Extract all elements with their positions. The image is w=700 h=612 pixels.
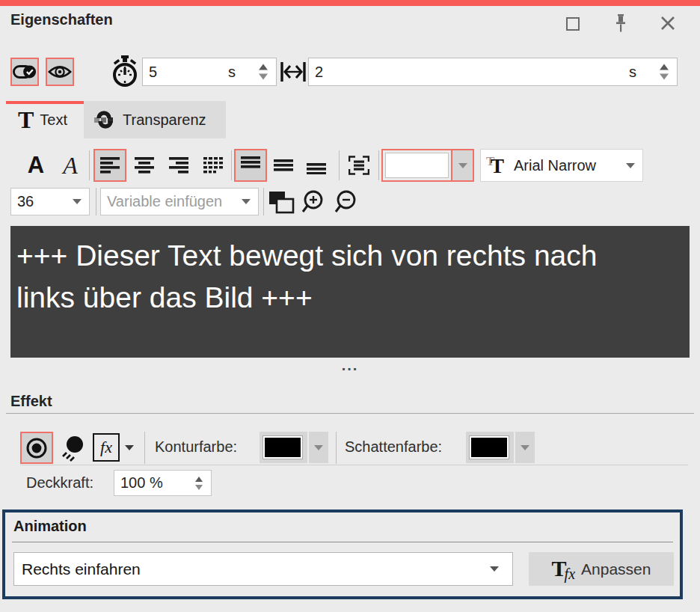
kontur-dropdown-button[interactable]	[309, 432, 328, 463]
anpassen-button[interactable]: Tfx Anpassen	[529, 552, 674, 586]
shadow-effect-button[interactable]	[58, 432, 89, 464]
divider	[339, 150, 340, 180]
deckkraft-spinner[interactable]	[195, 477, 203, 490]
animation-section: Animation Rechts einfahren Tfx Anpassen	[2, 510, 683, 599]
schatten-dropdown-button[interactable]	[515, 432, 535, 463]
insert-variable-select[interactable]: Variable einfügen	[100, 188, 259, 215]
valign-bottom-button[interactable]	[300, 149, 333, 182]
schatten-swatch-box[interactable]	[466, 432, 514, 463]
duration-icon	[110, 55, 140, 88]
anpassen-icon: Tfx	[552, 556, 575, 583]
zoom-out-button[interactable]	[331, 189, 362, 215]
text-tab-icon: T	[18, 106, 34, 134]
italic-icon: A	[63, 152, 78, 180]
anpassen-button-label: Anpassen	[581, 560, 651, 578]
deckkraft-input[interactable]: 100 %	[114, 470, 212, 496]
align-center-button[interactable]	[128, 149, 161, 182]
close-icon	[660, 15, 676, 31]
align-left-button[interactable]	[93, 149, 126, 182]
valign-middle-button[interactable]	[267, 149, 300, 182]
valign-top-button[interactable]	[234, 149, 267, 182]
spin-up-icon	[195, 477, 203, 482]
align-center-icon	[135, 156, 154, 174]
chevron-down-icon	[626, 163, 635, 168]
divider	[89, 150, 90, 180]
duration-spinner[interactable]	[259, 64, 268, 80]
divider	[96, 188, 96, 215]
text-color-swatch[interactable]	[385, 153, 449, 178]
text-color-dropdown-button[interactable]	[451, 150, 473, 180]
display-length-icon	[280, 59, 307, 85]
spin-down-icon	[259, 74, 268, 80]
divider	[378, 150, 379, 180]
chevron-down-icon	[521, 445, 529, 450]
valign-middle-icon	[274, 156, 293, 174]
splitter-handle[interactable]: ...	[0, 360, 700, 376]
align-right-icon	[169, 156, 188, 174]
align-right-button[interactable]	[162, 149, 195, 182]
bring-front-icon	[268, 190, 295, 214]
fx-effect-button[interactable]: fx	[93, 433, 120, 462]
maximize-button[interactable]	[562, 13, 583, 34]
fit-frame-icon	[349, 156, 369, 175]
schatten-color-picker[interactable]	[466, 432, 535, 463]
outline-effect-button[interactable]	[20, 432, 53, 464]
chevron-down-icon	[73, 199, 82, 204]
divider	[231, 150, 232, 180]
display-length-unit: s	[629, 64, 636, 81]
close-button[interactable]	[658, 13, 678, 33]
tab-transparenz-label: Transparenz	[123, 111, 206, 129]
font-family-value: Arial Narrow	[514, 157, 596, 174]
align-justify-icon	[203, 156, 223, 174]
font-size-select[interactable]: 36	[10, 188, 90, 215]
divider	[6, 413, 694, 414]
shadow-effect-icon	[59, 434, 88, 462]
italic-button[interactable]: A	[54, 149, 87, 182]
align-justify-button[interactable]	[197, 149, 230, 182]
fit-text-button[interactable]	[343, 149, 375, 182]
visibility-button[interactable]	[46, 58, 74, 86]
kontur-label: Konturfarbe:	[155, 438, 237, 456]
spin-up-icon	[259, 64, 268, 70]
eigenschaften-panel: Eigenschaften	[0, 0, 700, 612]
splitter-dots-icon: ...	[342, 357, 359, 373]
title-text-editor[interactable]: +++ Dieser Text bewegt sich von rechts n…	[10, 226, 690, 358]
kontur-color-picker[interactable]	[260, 432, 328, 463]
schatten-label: Schattenfarbe:	[345, 438, 442, 456]
divider	[20, 465, 688, 465]
fx-dropdown-button[interactable]	[121, 438, 138, 457]
kontur-swatch-box[interactable]	[260, 432, 307, 463]
panel-title: Eigenschaften	[10, 11, 113, 28]
transparency-tab-icon	[93, 108, 117, 131]
editor-text-line: links über das Bild +++	[10, 277, 690, 319]
divider	[263, 188, 264, 215]
panel-accent-bar	[0, 0, 700, 6]
apply-toggle-button[interactable]	[10, 58, 39, 86]
visibility-icon	[48, 63, 72, 81]
text-color-picker[interactable]	[381, 149, 474, 182]
display-length-spinner[interactable]	[660, 64, 669, 80]
pin-button[interactable]	[610, 12, 631, 34]
display-length-input[interactable]: 2 s	[308, 58, 678, 86]
tab-text-label: Text	[40, 111, 67, 129]
chevron-down-icon	[490, 566, 499, 572]
font-family-select[interactable]: T T Arial Narrow	[480, 149, 643, 182]
active-tab-indicator	[6, 101, 84, 104]
fx-icon: fx	[100, 438, 112, 457]
outline-effect-icon	[25, 437, 48, 459]
animation-section-header: Animation	[13, 518, 87, 535]
bring-to-front-button[interactable]	[266, 189, 296, 215]
zoom-in-button[interactable]	[298, 189, 329, 215]
duration-input[interactable]: 5 s	[142, 58, 277, 86]
duration-value: 5	[149, 64, 157, 81]
spin-up-icon	[660, 64, 669, 70]
deckkraft-value: 100 %	[120, 474, 163, 492]
schatten-color-swatch	[470, 436, 509, 459]
pin-icon	[614, 13, 627, 34]
zoom-in-icon	[299, 189, 328, 215]
tab-transparenz[interactable]: Transparenz	[84, 101, 226, 138]
duration-unit: s	[228, 64, 236, 81]
animation-select[interactable]: Rechts einfahren	[13, 552, 513, 586]
tab-text[interactable]: T Text	[6, 101, 84, 138]
bold-button[interactable]: A	[19, 149, 52, 182]
